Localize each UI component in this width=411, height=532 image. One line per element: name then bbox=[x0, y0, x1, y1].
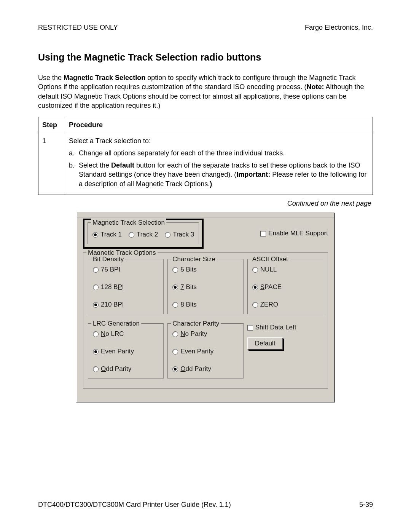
b-close: ) bbox=[210, 180, 212, 188]
radio-75bpi[interactable]: 75 BPI bbox=[93, 265, 159, 274]
mark-a: a. bbox=[69, 149, 79, 158]
char-parity-group: Character Parity No Parity Even Parity O… bbox=[167, 323, 243, 379]
radio-lrc-odd[interactable]: Odd Parity bbox=[93, 365, 159, 374]
footer-right: 5-39 bbox=[359, 500, 373, 509]
ascii-offset-group: ASCII Offset NULL SPACE ZERO bbox=[247, 259, 323, 314]
header-left: RESTRICTED USE ONLY bbox=[38, 23, 118, 32]
radio-lrc-even[interactable]: Even Parity bbox=[93, 347, 159, 356]
char-size-group: Character Size 5 Bits 7 Bits 8 Bits bbox=[167, 259, 243, 314]
enable-mle-label: Enable MLE Support bbox=[268, 229, 328, 238]
radio-parity-even[interactable]: Even Parity bbox=[172, 347, 238, 356]
bit-density-legend: Bit Density bbox=[91, 255, 125, 264]
continued-note: Continued on the next page bbox=[38, 199, 371, 208]
text-a: Change all options separately for each o… bbox=[79, 149, 285, 158]
b-pre: Select the bbox=[79, 161, 111, 169]
radio-track2[interactable]: Track 2 bbox=[129, 230, 158, 239]
default-button[interactable]: Default bbox=[247, 337, 283, 350]
bit-density-group: Bit Density 75 BPI 128 BPI 210 BPI bbox=[88, 259, 164, 314]
track-selection-legend: Magnetic Track Selection bbox=[91, 219, 166, 227]
footer-left: DTC400/DTC300/DTC300M Card Printer User … bbox=[38, 500, 231, 509]
radio-track3[interactable]: Track 3 bbox=[165, 230, 194, 239]
intro-bold1: Magnetic Track Selection bbox=[64, 74, 145, 81]
radio-parity-odd[interactable]: Odd Parity bbox=[172, 365, 238, 374]
lrc-group: LRC Generation No LRC Even Parity Odd Pa… bbox=[88, 323, 164, 379]
ascii-offset-legend: ASCII Offset bbox=[251, 255, 290, 264]
th-step: Step bbox=[38, 117, 65, 133]
step-number: 1 bbox=[38, 133, 65, 195]
track-selection-highlight: Magnetic Track Selection Track 1 Track 2 bbox=[83, 219, 204, 249]
lrc-legend: LRC Generation bbox=[91, 320, 141, 328]
radio-8bits[interactable]: 8 Bits bbox=[172, 300, 238, 309]
b-bold2: Important: bbox=[236, 171, 270, 178]
radio-zero[interactable]: ZERO bbox=[252, 300, 318, 309]
b-bold1: Default bbox=[111, 161, 134, 169]
radio-no-parity[interactable]: No Parity bbox=[172, 330, 238, 339]
th-procedure: Procedure bbox=[65, 117, 373, 133]
checkbox-enable-mle[interactable]: Enable MLE Support bbox=[260, 229, 328, 238]
radio-space[interactable]: SPACE bbox=[252, 283, 318, 292]
procedure-table: Step Procedure 1 Select a Track selectio… bbox=[38, 117, 373, 195]
char-size-legend: Character Size bbox=[171, 255, 217, 264]
dialog-panel: Magnetic Track Selection Track 1 Track 2 bbox=[76, 212, 335, 402]
radio-5bits[interactable]: 5 Bits bbox=[172, 265, 238, 274]
proc-item-a: a. Change all options separately for eac… bbox=[69, 149, 369, 158]
shift-left-label: Shift Data Left bbox=[255, 323, 296, 332]
proc-item-b: b. Select the Default button for each of… bbox=[69, 161, 369, 189]
page-title: Using the Magnetic Track Selection radio… bbox=[38, 51, 373, 64]
radio-210bpi[interactable]: 210 BPI bbox=[93, 300, 159, 309]
proc-intro: Select a Track selection to: bbox=[69, 136, 369, 145]
char-parity-legend: Character Parity bbox=[171, 320, 221, 328]
track-options-group: Magnetic Track Options Bit Density 75 BP… bbox=[83, 252, 328, 388]
radio-null[interactable]: NULL bbox=[252, 265, 318, 274]
radio-track1[interactable]: Track 1 bbox=[92, 230, 122, 239]
checkbox-shift-left[interactable]: Shift Data Left bbox=[247, 323, 296, 332]
header-right: Fargo Electronics, Inc. bbox=[305, 23, 373, 32]
radio-128bpi[interactable]: 128 BPI bbox=[93, 283, 159, 292]
intro-bold2: Note: bbox=[306, 83, 324, 91]
mark-b: b. bbox=[69, 161, 79, 189]
b-open: ( bbox=[232, 171, 236, 178]
procedure-cell: Select a Track selection to: a. Change a… bbox=[65, 133, 373, 195]
radio-7bits[interactable]: 7 Bits bbox=[172, 283, 238, 292]
text-b: Select the Default button for each of th… bbox=[79, 161, 369, 189]
intro-pre: Use the bbox=[38, 74, 64, 81]
intro-paragraph: Use the Magnetic Track Selection option … bbox=[38, 73, 373, 110]
tabstrip bbox=[77, 212, 334, 217]
radio-no-lrc[interactable]: No LRC bbox=[93, 330, 159, 339]
